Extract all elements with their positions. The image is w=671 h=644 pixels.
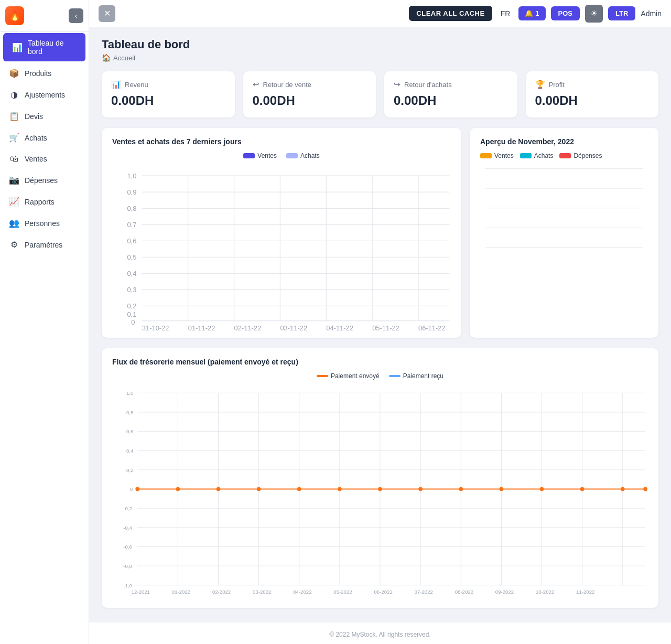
stat-card-header-3: 🏆 Profit <box>535 80 650 89</box>
svg-text:1,0: 1,0 <box>126 390 133 396</box>
svg-text:05-11-22: 05-11-22 <box>372 324 399 332</box>
svg-text:07-2022: 07-2022 <box>415 589 433 595</box>
svg-text:31-10-22: 31-10-22 <box>142 324 169 332</box>
stat-label-3: Profit <box>549 81 565 89</box>
stat-card-2: ↪ Retour d'achats 0.00DH <box>384 71 517 117</box>
stat-value-2: 0.00DH <box>394 93 508 108</box>
svg-text:-0,2: -0,2 <box>123 506 132 511</box>
sidebar-item-produits[interactable]: 📦Produits <box>0 62 89 84</box>
svg-text:0,3: 0,3 <box>127 286 136 294</box>
breadcrumb-link[interactable]: Accueil <box>113 54 135 62</box>
sidebar-item-devis[interactable]: 📋Devis <box>0 105 89 127</box>
notification-button[interactable]: 🔔 1 <box>518 6 545 20</box>
svg-text:01-11-22: 01-11-22 <box>188 324 215 332</box>
svg-text:03-11-22: 03-11-22 <box>280 324 307 332</box>
sidebar-item-tableau-de-bord[interactable]: 📊Tableau de bord <box>3 33 85 61</box>
sidebar: 🔥 ‹ 📊Tableau de bord📦Produits◑Ajustement… <box>0 0 89 644</box>
nav-label-rapports: Rapports <box>25 198 55 206</box>
stat-icon-3: 🏆 <box>535 80 545 89</box>
admin-label: Admin <box>641 9 662 18</box>
legend-paiement-recu: Paiement reçu <box>389 372 443 380</box>
nav-label-ventes: Ventes <box>25 155 47 163</box>
language-button[interactable]: FR <box>497 9 514 18</box>
svg-text:04-2022: 04-2022 <box>293 589 311 595</box>
sidebar-item-ajustements[interactable]: ◑Ajustements <box>0 84 89 105</box>
stat-icon-2: ↪ <box>394 80 401 89</box>
sidebar-toggle-button[interactable]: ‹ <box>69 8 83 23</box>
svg-text:-0,4: -0,4 <box>123 525 132 531</box>
legend-achats: Achats <box>286 152 320 159</box>
sidebar-item-personnes[interactable]: 👥Personnes <box>0 212 89 234</box>
legend-ventes: Ventes <box>243 152 277 159</box>
svg-text:10-2022: 10-2022 <box>536 589 554 595</box>
stat-value-3: 0.00DH <box>535 93 650 108</box>
nav-icon-tableau-de-bord: 📊 <box>12 42 23 52</box>
svg-text:08-2022: 08-2022 <box>455 589 473 595</box>
svg-text:0,6: 0,6 <box>127 237 136 245</box>
svg-text:09-2022: 09-2022 <box>495 589 514 595</box>
sidebar-item-depenses[interactable]: 📷Dépenses <box>0 169 89 191</box>
sidebar-item-achats[interactable]: 🛒Achats <box>0 127 89 148</box>
cashflow-legend: Paiement envoyé Paiement reçu <box>112 372 648 380</box>
svg-text:0: 0 <box>131 318 135 326</box>
svg-point-84 <box>580 487 585 491</box>
legend-achats-apercu: Achats <box>520 152 554 159</box>
svg-text:0,1: 0,1 <box>127 310 136 318</box>
nav-icon-devis: 📋 <box>9 111 19 121</box>
legend-paiement-envoye: Paiement envoyé <box>317 372 380 380</box>
svg-text:-0,8: -0,8 <box>123 563 132 569</box>
nav-label-depenses: Dépenses <box>25 176 58 185</box>
ventes-achats-title: Ventes et achats des 7 derniers jours <box>112 137 451 146</box>
cashflow-title: Flux de trésorerie mensuel (paiement env… <box>112 358 648 366</box>
footer: © 2022 MyStock. All rights reserved. <box>89 622 671 644</box>
page-title: Tableau de bord <box>102 38 658 51</box>
legend-paiement-envoye-label: Paiement envoyé <box>331 372 380 380</box>
legend-depenses-apercu-label: Dépenses <box>573 152 602 159</box>
svg-text:-1,0: -1,0 <box>123 583 132 588</box>
legend-ventes-apercu-label: Ventes <box>494 152 514 159</box>
apercu-chart-svg <box>480 164 648 262</box>
stat-icon-0: 📊 <box>111 80 121 89</box>
bell-icon: 🔔 <box>525 9 533 17</box>
svg-text:04-11-22: 04-11-22 <box>326 324 353 332</box>
nav-icon-achats: 🛒 <box>9 133 19 143</box>
notification-count: 1 <box>535 9 539 17</box>
svg-point-76 <box>257 487 261 491</box>
legend-achats-label: Achats <box>300 152 320 159</box>
svg-text:0,2: 0,2 <box>127 302 136 310</box>
close-button[interactable]: ✕ <box>99 5 115 22</box>
ventes-achats-legend: Ventes Achats <box>112 152 451 159</box>
stat-card-0: 📊 Revenu 0.00DH <box>102 71 235 117</box>
theme-button[interactable]: ☀ <box>585 5 603 23</box>
stat-label-0: Revenu <box>125 81 148 89</box>
svg-point-78 <box>338 487 342 491</box>
sidebar-header: 🔥 ‹ <box>0 0 89 32</box>
topbar: ✕ CLEAR ALL CACHE FR 🔔 1 POS ☀ LTR Admin <box>89 0 671 27</box>
legend-achats-apercu-label: Achats <box>534 152 554 159</box>
sidebar-item-parametres[interactable]: ⚙Paramètres <box>0 234 89 255</box>
legend-paiement-recu-label: Paiement reçu <box>403 372 443 380</box>
svg-point-77 <box>297 487 301 491</box>
clear-cache-button[interactable]: CLEAR ALL CACHE <box>409 6 492 21</box>
svg-text:0,2: 0,2 <box>126 467 133 473</box>
svg-text:0,4: 0,4 <box>127 270 136 277</box>
ventes-achats-chart: 1,0 0,9 0,8 0,7 0,6 0,5 0,4 0,3 0,2 0,1 … <box>112 164 451 326</box>
stat-card-1: ↩ Retour de vente 0.00DH <box>243 71 376 117</box>
stat-icon-1: ↩ <box>253 80 259 89</box>
svg-point-82 <box>500 487 504 491</box>
nav-label-personnes: Personnes <box>25 219 60 228</box>
apercu-legend: Ventes Achats Dépenses <box>480 152 648 159</box>
nav-menu: 📊Tableau de bord📦Produits◑Ajustements📋De… <box>0 32 89 255</box>
pos-button[interactable]: POS <box>551 6 580 20</box>
sidebar-item-rapports[interactable]: 📈Rapports <box>0 191 89 212</box>
sidebar-item-ventes[interactable]: 🛍Ventes <box>0 148 89 169</box>
legend-ventes-label: Ventes <box>257 152 277 159</box>
svg-text:06-11-22: 06-11-22 <box>418 324 446 332</box>
svg-text:0,9: 0,9 <box>127 188 136 196</box>
nav-icon-ventes: 🛍 <box>9 154 19 164</box>
ventes-achats-panel: Ventes et achats des 7 derniers jours Ve… <box>102 128 461 338</box>
ltr-button[interactable]: LTR <box>608 6 635 20</box>
svg-text:0,8: 0,8 <box>126 410 133 415</box>
nav-icon-parametres: ⚙ <box>9 240 19 250</box>
svg-text:0,8: 0,8 <box>127 205 136 212</box>
